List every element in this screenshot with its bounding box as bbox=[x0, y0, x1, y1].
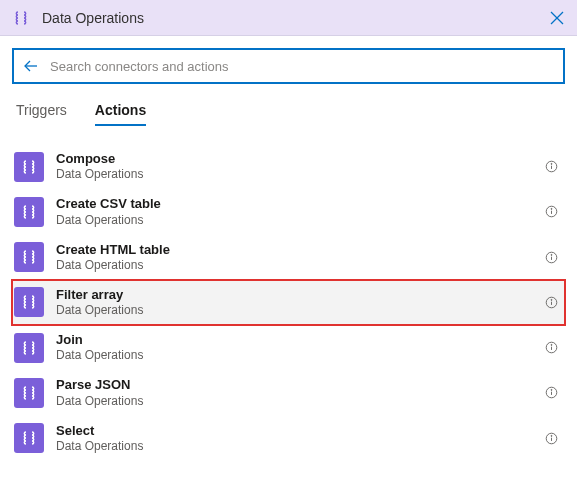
data-operations-icon bbox=[10, 7, 32, 29]
data-operations-icon bbox=[14, 378, 44, 408]
data-operations-icon bbox=[14, 197, 44, 227]
tab-triggers[interactable]: Triggers bbox=[16, 102, 67, 126]
info-icon[interactable] bbox=[543, 249, 559, 265]
action-title: Compose bbox=[56, 151, 537, 167]
svg-point-11 bbox=[551, 254, 552, 255]
action-subtitle: Data Operations bbox=[56, 394, 537, 409]
panel-header: Data Operations bbox=[0, 0, 577, 36]
svg-point-5 bbox=[551, 164, 552, 165]
panel-title: Data Operations bbox=[42, 10, 547, 26]
svg-point-23 bbox=[551, 435, 552, 436]
data-operations-icon bbox=[14, 423, 44, 453]
action-title: Select bbox=[56, 423, 537, 439]
action-item[interactable]: JoinData Operations bbox=[12, 325, 565, 370]
search-input[interactable] bbox=[50, 59, 555, 74]
info-icon[interactable] bbox=[543, 430, 559, 446]
svg-point-8 bbox=[551, 209, 552, 210]
info-icon[interactable] bbox=[543, 204, 559, 220]
data-operations-icon bbox=[14, 333, 44, 363]
action-title: Create HTML table bbox=[56, 242, 537, 258]
action-title: Join bbox=[56, 332, 537, 348]
action-text: JoinData Operations bbox=[56, 332, 537, 363]
action-subtitle: Data Operations bbox=[56, 167, 537, 182]
action-subtitle: Data Operations bbox=[56, 439, 537, 454]
svg-point-20 bbox=[551, 390, 552, 391]
search-container bbox=[12, 48, 565, 84]
action-subtitle: Data Operations bbox=[56, 303, 537, 318]
action-subtitle: Data Operations bbox=[56, 348, 537, 363]
action-item[interactable]: Create HTML tableData Operations bbox=[12, 235, 565, 280]
info-icon[interactable] bbox=[543, 159, 559, 175]
info-icon[interactable] bbox=[543, 294, 559, 310]
action-title: Create CSV table bbox=[56, 196, 537, 212]
action-text: ComposeData Operations bbox=[56, 151, 537, 182]
action-item[interactable]: ComposeData Operations bbox=[12, 144, 565, 189]
action-subtitle: Data Operations bbox=[56, 258, 537, 273]
data-operations-icon bbox=[14, 152, 44, 182]
action-item[interactable]: Create CSV tableData Operations bbox=[12, 189, 565, 234]
data-operations-icon bbox=[14, 242, 44, 272]
action-text: Parse JSONData Operations bbox=[56, 377, 537, 408]
action-text: Create CSV tableData Operations bbox=[56, 196, 537, 227]
action-title: Filter array bbox=[56, 287, 537, 303]
info-icon[interactable] bbox=[543, 340, 559, 356]
action-text: SelectData Operations bbox=[56, 423, 537, 454]
data-operations-icon bbox=[14, 287, 44, 317]
action-subtitle: Data Operations bbox=[56, 213, 537, 228]
info-icon[interactable] bbox=[543, 385, 559, 401]
svg-point-14 bbox=[551, 299, 552, 300]
svg-point-17 bbox=[551, 345, 552, 346]
tab-bar: Triggers Actions bbox=[12, 102, 565, 126]
action-item[interactable]: SelectData Operations bbox=[12, 416, 565, 461]
action-item[interactable]: Parse JSONData Operations bbox=[12, 370, 565, 415]
tab-actions[interactable]: Actions bbox=[95, 102, 146, 126]
close-icon[interactable] bbox=[547, 8, 567, 28]
action-title: Parse JSON bbox=[56, 377, 537, 393]
action-item[interactable]: Filter arrayData Operations bbox=[12, 280, 565, 325]
action-text: Filter arrayData Operations bbox=[56, 287, 537, 318]
back-arrow-icon[interactable] bbox=[22, 57, 40, 75]
action-text: Create HTML tableData Operations bbox=[56, 242, 537, 273]
actions-list: ComposeData OperationsCreate CSV tableDa… bbox=[12, 144, 565, 461]
